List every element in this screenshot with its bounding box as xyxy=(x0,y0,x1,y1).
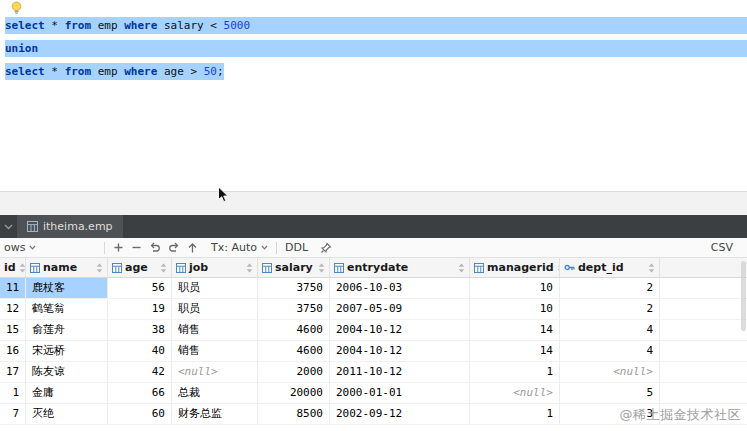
cell-entrydate[interactable]: 2011-10-12 xyxy=(330,362,470,382)
cell-name[interactable]: 陈友谅 xyxy=(26,362,108,382)
cell-entrydate[interactable]: 2000-01-01 xyxy=(330,383,470,403)
chevron-down-icon[interactable] xyxy=(4,224,13,230)
column-label: salary xyxy=(275,261,313,274)
cell-job[interactable]: 职员 xyxy=(172,278,258,298)
csv-label: CSV xyxy=(711,241,733,254)
cell-job[interactable]: 销售 xyxy=(172,341,258,361)
page-size-dropdown[interactable]: ows xyxy=(4,241,96,254)
vertical-scrollbar[interactable] xyxy=(741,261,746,331)
cell-id[interactable]: 15 xyxy=(0,320,26,340)
sql-editor[interactable]: select * from emp where salary < 5000uni… xyxy=(0,0,747,191)
cell-age[interactable]: 66 xyxy=(108,383,172,403)
cell-entrydate[interactable]: 2007-05-09 xyxy=(330,299,470,319)
sort-icon[interactable] xyxy=(160,263,167,273)
revert-button[interactable] xyxy=(149,242,161,254)
cell-name[interactable]: 宋远桥 xyxy=(26,341,108,361)
cell-entrydate[interactable]: 2004-10-12 xyxy=(330,341,470,361)
cell-age[interactable]: 19 xyxy=(108,299,172,319)
column-icon xyxy=(474,263,484,273)
cell-entrydate[interactable]: 2004-10-12 xyxy=(330,320,470,340)
tab-result-itheima-emp[interactable]: itheima.emp xyxy=(17,215,123,238)
cell-entrydate[interactable]: 2002-09-12 xyxy=(330,404,470,424)
cell-name[interactable]: 金庸 xyxy=(26,383,108,403)
lightbulb-icon[interactable] xyxy=(10,1,23,15)
cell-id[interactable]: 11 xyxy=(0,278,26,298)
sort-icon[interactable] xyxy=(96,263,103,273)
cell-id[interactable]: 17 xyxy=(0,362,26,382)
ddl-button[interactable]: DDL xyxy=(285,241,308,254)
cell-id[interactable]: 12 xyxy=(0,299,26,319)
cell-salary[interactable]: 4600 xyxy=(258,341,330,361)
column-label: dept_id xyxy=(578,261,624,274)
cell-dept_id[interactable]: 4 xyxy=(560,341,660,361)
cell-id[interactable]: 1 xyxy=(0,383,26,403)
watermark: @稀土掘金技术社区 xyxy=(620,406,742,424)
sort-icon[interactable] xyxy=(19,263,26,273)
column-header-name[interactable]: name xyxy=(26,258,108,277)
cell-dept_id[interactable]: 4 xyxy=(560,320,660,340)
code-line[interactable]: select * from emp where age > 50; xyxy=(0,60,747,83)
cell-id[interactable]: 7 xyxy=(0,404,26,424)
cell-age[interactable]: 40 xyxy=(108,341,172,361)
sort-icon[interactable] xyxy=(246,263,253,273)
column-header-dept_id[interactable]: dept_id xyxy=(560,258,660,277)
add-row-button[interactable] xyxy=(113,242,124,253)
cell-age[interactable]: 42 xyxy=(108,362,172,382)
cell-name[interactable]: 俞莲舟 xyxy=(26,320,108,340)
cell-salary[interactable]: 8500 xyxy=(258,404,330,424)
cell-job[interactable]: <null> xyxy=(172,362,258,382)
editor-splitter[interactable] xyxy=(0,191,747,215)
column-icon xyxy=(112,263,122,273)
cell-name[interactable]: 灭绝 xyxy=(26,404,108,424)
code-line[interactable]: select * from emp where salary < 5000 xyxy=(0,14,747,37)
delete-row-button[interactable] xyxy=(131,242,142,253)
code-line-text: select * from emp where age > 50; xyxy=(5,63,224,80)
table-icon xyxy=(27,221,38,232)
cell-managerid[interactable]: 10 xyxy=(470,278,560,298)
pin-icon[interactable] xyxy=(320,242,332,254)
cell-managerid[interactable]: 14 xyxy=(470,320,560,340)
tab-label: itheima.emp xyxy=(43,220,113,233)
column-header-managerid[interactable]: managerid xyxy=(470,258,560,277)
cell-age[interactable]: 56 xyxy=(108,278,172,298)
cell-entrydate[interactable]: 2006-10-03 xyxy=(330,278,470,298)
cell-dept_id[interactable]: 2 xyxy=(560,278,660,298)
cell-job[interactable]: 财务总监 xyxy=(172,404,258,424)
cell-dept_id[interactable]: <null> xyxy=(560,362,660,382)
cell-job[interactable]: 职员 xyxy=(172,299,258,319)
sort-icon[interactable] xyxy=(458,263,465,273)
cell-managerid[interactable]: 1 xyxy=(470,404,560,424)
tx-mode-dropdown[interactable]: Tx: Auto xyxy=(211,241,268,254)
column-header-entrydate[interactable]: entrydate xyxy=(330,258,470,277)
grid-body: 11鹿杖客56职员37502006-10-0310212鹤笔翁19职员37502… xyxy=(0,278,747,425)
cell-dept_id[interactable]: 5 xyxy=(560,383,660,403)
column-header-id[interactable]: id xyxy=(0,258,26,277)
code-line[interactable]: union xyxy=(0,37,747,60)
cell-salary[interactable]: 3750 xyxy=(258,299,330,319)
cell-id[interactable]: 16 xyxy=(0,341,26,361)
column-header-salary[interactable]: salary xyxy=(258,258,330,277)
sort-icon[interactable] xyxy=(318,263,325,273)
cell-managerid[interactable]: <null> xyxy=(470,383,560,403)
cell-salary[interactable]: 20000 xyxy=(258,383,330,403)
cell-salary[interactable]: 3750 xyxy=(258,278,330,298)
cell-salary[interactable]: 4600 xyxy=(258,320,330,340)
column-header-job[interactable]: job xyxy=(172,258,258,277)
cell-dept_id[interactable]: 2 xyxy=(560,299,660,319)
cell-managerid[interactable]: 1 xyxy=(470,362,560,382)
redo-button[interactable] xyxy=(168,242,180,254)
cell-job[interactable]: 总裁 xyxy=(172,383,258,403)
cell-age[interactable]: 60 xyxy=(108,404,172,424)
submit-button[interactable] xyxy=(187,242,198,254)
sort-icon[interactable] xyxy=(648,263,655,273)
cell-managerid[interactable]: 14 xyxy=(470,341,560,361)
csv-dropdown[interactable]: CSV xyxy=(711,241,733,254)
cell-name[interactable]: 鹿杖客 xyxy=(26,278,108,298)
cell-job[interactable]: 销售 xyxy=(172,320,258,340)
cell-managerid[interactable]: 10 xyxy=(470,299,560,319)
column-label: id xyxy=(4,261,16,274)
column-header-age[interactable]: age xyxy=(108,258,172,277)
cell-age[interactable]: 38 xyxy=(108,320,172,340)
cell-salary[interactable]: 2000 xyxy=(258,362,330,382)
cell-name[interactable]: 鹤笔翁 xyxy=(26,299,108,319)
